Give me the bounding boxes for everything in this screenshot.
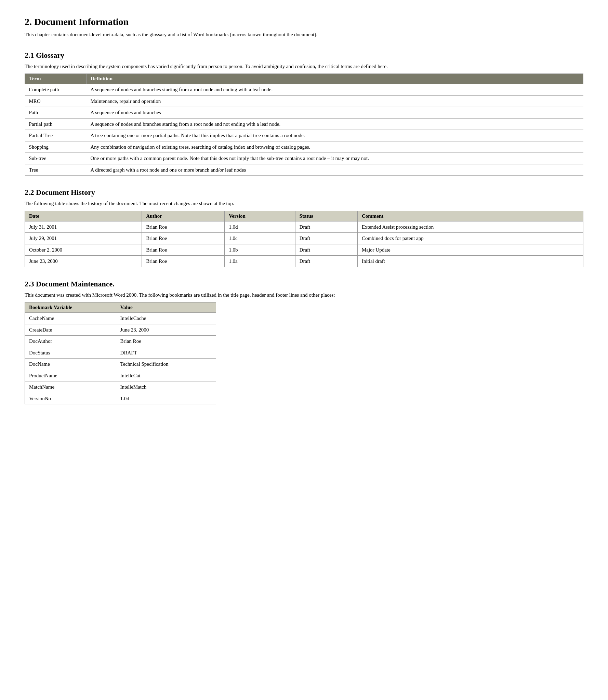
bookmark-variable: DocAuthor: [25, 336, 116, 347]
glossary-definition: A sequence of nodes and branches startin…: [87, 84, 583, 96]
bookmark-row: CacheNameIntelleCache: [25, 313, 216, 324]
section2-intro: This chapter contains document-level met…: [25, 31, 583, 39]
bookmark-value: Brian Roe: [116, 336, 216, 347]
bookmark-row: VersionNo1.0d: [25, 393, 216, 404]
glossary-row: PathA sequence of nodes and branches: [25, 107, 583, 119]
bookmark-variable: VersionNo: [25, 393, 116, 404]
bookmark-col-value: Value: [116, 302, 216, 313]
glossary-term: Complete path: [25, 84, 87, 96]
history-col-status: Status: [295, 211, 357, 221]
glossary-row: Partial pathA sequence of nodes and bran…: [25, 118, 583, 130]
history-version: 1.0a: [225, 256, 295, 267]
history-status: Draft: [295, 221, 357, 233]
glossary-row: ShoppingAny combination of navigation of…: [25, 141, 583, 153]
history-row: July 29, 2001Brian Roe1.0cDraftCombined …: [25, 233, 583, 244]
glossary-term: Shopping: [25, 141, 87, 153]
bookmark-value: IntelleMatch: [116, 381, 216, 393]
section21-title: 2.1 Glossary: [25, 51, 583, 60]
bookmark-variable: CacheName: [25, 313, 116, 324]
section23-title: 2.3 Document Maintenance.: [25, 280, 583, 288]
glossary-term: Tree: [25, 164, 87, 176]
glossary-col-definition: Definition: [87, 74, 583, 84]
bookmark-variable: DocName: [25, 359, 116, 370]
history-author: Brian Roe: [142, 221, 225, 233]
history-date: July 29, 2001: [25, 233, 142, 244]
glossary-definition: One or more paths with a common parent n…: [87, 153, 583, 164]
bookmark-value: June 23, 2000: [116, 324, 216, 336]
bookmark-value: IntelleCache: [116, 313, 216, 324]
bookmark-table: Bookmark Variable Value CacheNameIntelle…: [25, 302, 216, 404]
glossary-term: Partial Tree: [25, 130, 87, 142]
history-author: Brian Roe: [142, 244, 225, 256]
glossary-table: Term Definition Complete pathA sequence …: [25, 73, 583, 176]
bookmark-variable: ProductName: [25, 370, 116, 381]
history-col-date: Date: [25, 211, 142, 221]
history-status: Draft: [295, 233, 357, 244]
section2-title: 2. Document Information: [25, 16, 583, 27]
history-row: June 23, 2000Brian Roe1.0aDraftInitial d…: [25, 256, 583, 267]
bookmark-variable: DocStatus: [25, 347, 116, 359]
bookmark-row: DocNameTechnical Specification: [25, 359, 216, 370]
glossary-definition: Any combination of navigation of existin…: [87, 141, 583, 153]
glossary-row: Sub-treeOne or more paths with a common …: [25, 153, 583, 164]
history-comment: Major Update: [357, 244, 583, 256]
glossary-row: TreeA directed graph with a root node an…: [25, 164, 583, 176]
bookmark-row: CreateDateJune 23, 2000: [25, 324, 216, 336]
section23-intro: This document was created with Microsoft…: [25, 291, 583, 299]
section21-intro: The terminology used in describing the s…: [25, 63, 583, 70]
glossary-definition: A sequence of nodes and branches: [87, 107, 583, 119]
history-date: June 23, 2000: [25, 256, 142, 267]
glossary-definition: A sequence of nodes and branches startin…: [87, 118, 583, 130]
bookmark-variable: MatchName: [25, 381, 116, 393]
history-version: 1.0b: [225, 244, 295, 256]
glossary-definition: A directed graph with a root node and on…: [87, 164, 583, 176]
glossary-term: Sub-tree: [25, 153, 87, 164]
bookmark-row: DocStatusDRAFT: [25, 347, 216, 359]
glossary-term: Path: [25, 107, 87, 119]
history-date: October 2, 2000: [25, 244, 142, 256]
section22-title: 2.2 Document History: [25, 188, 583, 197]
glossary-row: MROMaintenance, repair and operation: [25, 95, 583, 107]
bookmark-value: IntelleCat: [116, 370, 216, 381]
history-author: Brian Roe: [142, 256, 225, 267]
bookmark-value: Technical Specification: [116, 359, 216, 370]
glossary-col-term: Term: [25, 74, 87, 84]
history-table: Date Author Version Status Comment July …: [25, 211, 583, 267]
history-status: Draft: [295, 256, 357, 267]
bookmark-row: DocAuthorBrian Roe: [25, 336, 216, 347]
history-version: 1.0c: [225, 233, 295, 244]
history-col-version: Version: [225, 211, 295, 221]
history-comment: Combined docs for patent app: [357, 233, 583, 244]
glossary-row: Complete pathA sequence of nodes and bra…: [25, 84, 583, 96]
bookmark-value: DRAFT: [116, 347, 216, 359]
glossary-term: MRO: [25, 95, 87, 107]
history-date: July 31, 2001: [25, 221, 142, 233]
history-comment: Initial draft: [357, 256, 583, 267]
history-comment: Extended Assist processing section: [357, 221, 583, 233]
bookmark-row: ProductNameIntelleCat: [25, 370, 216, 381]
history-version: 1.0d: [225, 221, 295, 233]
history-row: October 2, 2000Brian Roe1.0bDraftMajor U…: [25, 244, 583, 256]
bookmark-col-variable: Bookmark Variable: [25, 302, 116, 313]
glossary-term: Partial path: [25, 118, 87, 130]
bookmark-row: MatchNameIntelleMatch: [25, 381, 216, 393]
history-author: Brian Roe: [142, 233, 225, 244]
glossary-definition: A tree containing one or more partial pa…: [87, 130, 583, 142]
section22-intro: The following table shows the history of…: [25, 200, 583, 207]
glossary-row: Partial TreeA tree containing one or mor…: [25, 130, 583, 142]
bookmark-value: 1.0d: [116, 393, 216, 404]
glossary-definition: Maintenance, repair and operation: [87, 95, 583, 107]
history-status: Draft: [295, 244, 357, 256]
bookmark-variable: CreateDate: [25, 324, 116, 336]
history-col-author: Author: [142, 211, 225, 221]
history-row: July 31, 2001Brian Roe1.0dDraftExtended …: [25, 221, 583, 233]
history-col-comment: Comment: [357, 211, 583, 221]
